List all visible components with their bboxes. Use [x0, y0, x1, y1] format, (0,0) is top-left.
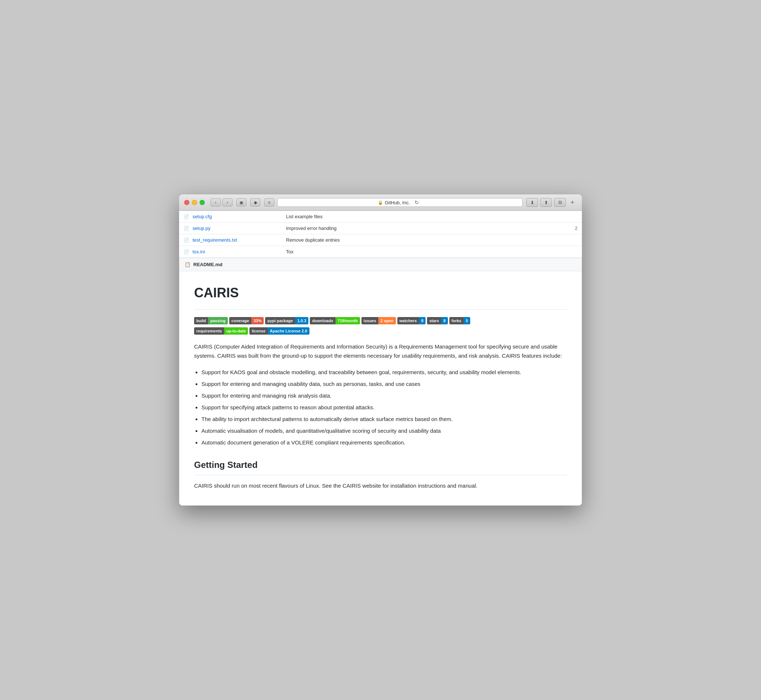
add-tab-button[interactable]: +	[568, 198, 577, 207]
readme-content: CAIRIS build passing coverage 33% pypi p…	[179, 271, 582, 505]
badge-label: issues	[362, 317, 378, 324]
file-description: Tox	[282, 246, 560, 258]
badge[interactable]: license Apache License 2.0	[249, 327, 309, 334]
cairis-title: CAIRIS	[194, 282, 567, 310]
feature-list: Support for KAOS goal and obstacle model…	[201, 368, 567, 447]
file-icon: 📄	[183, 214, 189, 219]
bookmarks-button[interactable]: ◆	[250, 198, 260, 206]
badge-label: build	[194, 317, 208, 324]
badge[interactable]: coverage 33%	[229, 317, 264, 324]
file-name-link[interactable]: test_requirements.txt	[193, 237, 237, 243]
list-item: Automatic visualisation of models, and q…	[201, 427, 567, 435]
file-name-link[interactable]: setup.py	[193, 225, 211, 231]
badge[interactable]: downloads 719/month	[310, 317, 360, 324]
file-time	[560, 211, 582, 223]
address-bar[interactable]: 🔒 GitHub, Inc. ↻	[277, 198, 523, 207]
getting-started-text: CAIRIS should run on most recent flavour…	[194, 481, 567, 491]
badge[interactable]: requirements up-to-date	[194, 327, 248, 334]
badge-value: passing	[208, 317, 228, 324]
readme-header: 📋 README.md	[179, 258, 582, 271]
file-description: List example files	[282, 211, 560, 223]
readme-title: README.md	[193, 262, 222, 267]
badge-label: forks	[449, 317, 463, 324]
list-item: Automatic document generation of a VOLER…	[201, 438, 567, 447]
badges-row-2: requirements up-to-date license Apache L…	[194, 327, 567, 334]
list-item: Support for entering and managing risk a…	[201, 391, 567, 400]
file-time	[560, 234, 582, 246]
badge-label: license	[249, 327, 267, 334]
browser-window: ‹ › ▣ ◆ ≡ 🔒 GitHub, Inc. ↻ ⬇ ⬆ ⧉ + 📄	[179, 194, 582, 505]
file-icon: 📄	[183, 238, 189, 243]
list-item: Support for specifying attack patterns t…	[201, 403, 567, 412]
badge-value: 33%	[251, 317, 264, 324]
share-button[interactable]: ⬆	[540, 198, 552, 207]
file-description: Remove duplicate entries	[282, 234, 560, 246]
minimize-button[interactable]	[192, 200, 197, 205]
badges-row-1: build passing coverage 33% pypi package …	[194, 317, 567, 324]
badge[interactable]: pypi package 1.0.3	[265, 317, 308, 324]
close-button[interactable]	[184, 200, 189, 205]
forward-button[interactable]: ›	[222, 198, 233, 206]
file-name-link[interactable]: tox.ini	[193, 249, 205, 255]
file-icon: 📄	[183, 249, 189, 255]
list-item: Support for KAOS goal and obstacle model…	[201, 368, 567, 377]
badge-label: watchers	[397, 317, 419, 324]
badge[interactable]: forks 5	[449, 317, 470, 324]
badge-value: 8	[441, 317, 448, 324]
badge[interactable]: issues 2 open	[362, 317, 396, 324]
badge[interactable]: build passing	[194, 317, 228, 324]
getting-started-heading: Getting Started	[194, 458, 567, 475]
download-button[interactable]: ⬇	[526, 198, 538, 207]
badge-label: pypi package	[265, 317, 295, 324]
badge-label: downloads	[310, 317, 335, 324]
badge-value: 5	[463, 317, 470, 324]
table-row: 📄 test_requirements.txt Remove duplicate…	[179, 234, 582, 246]
table-row: 📄 setup.py Improved error handling 2	[179, 223, 582, 234]
list-button[interactable]: ≡	[264, 198, 274, 206]
readme-icon: 📋	[185, 262, 190, 267]
maximize-button[interactable]	[200, 200, 205, 205]
badge-value: 8	[419, 317, 426, 324]
badge[interactable]: watchers 8	[397, 317, 426, 324]
badge-label: stars	[427, 317, 441, 324]
url-text: GitHub, Inc.	[385, 200, 410, 205]
title-bar: ‹ › ▣ ◆ ≡ 🔒 GitHub, Inc. ↻ ⬇ ⬆ ⧉ +	[179, 194, 582, 211]
file-table: 📄 setup.cfg List example files 📄 setup.p…	[179, 211, 582, 258]
badge-value: 719/month	[335, 317, 360, 324]
badge-label: coverage	[229, 317, 251, 324]
file-name-link[interactable]: setup.cfg	[193, 214, 212, 219]
badge-value: up-to-date	[224, 327, 248, 334]
reload-button[interactable]: ↻	[412, 198, 422, 206]
badge-value: 1.0.3	[295, 317, 308, 324]
badge-value: Apache License 2.0	[268, 327, 310, 334]
badge[interactable]: stars 8	[427, 317, 448, 324]
traffic-lights	[184, 200, 205, 205]
description-text: CAIRIS (Computer Aided Integration of Re…	[194, 342, 567, 361]
tabs-button[interactable]: ⧉	[554, 198, 566, 207]
list-item: Support for entering and managing usabil…	[201, 380, 567, 388]
nav-buttons: ‹ ›	[211, 198, 233, 206]
file-icon: 📄	[183, 226, 189, 231]
table-row: 📄 setup.cfg List example files	[179, 211, 582, 223]
file-time: 2	[560, 223, 582, 234]
toolbar-right: ⬇ ⬆ ⧉ +	[526, 198, 577, 207]
list-item: The ability to import architectural patt…	[201, 415, 567, 423]
back-button[interactable]: ‹	[211, 198, 221, 206]
table-row: 📄 tox.ini Tox	[179, 246, 582, 258]
lock-icon: 🔒	[378, 200, 383, 205]
file-description: Improved error handling	[282, 223, 560, 234]
content-area: 📄 setup.cfg List example files 📄 setup.p…	[179, 211, 582, 505]
file-time	[560, 246, 582, 258]
sidebar-toggle-button[interactable]: ▣	[236, 198, 246, 206]
badge-value: 2 open	[378, 317, 396, 324]
badge-label: requirements	[194, 327, 224, 334]
address-bar-container: ≡ 🔒 GitHub, Inc. ↻	[264, 198, 523, 207]
